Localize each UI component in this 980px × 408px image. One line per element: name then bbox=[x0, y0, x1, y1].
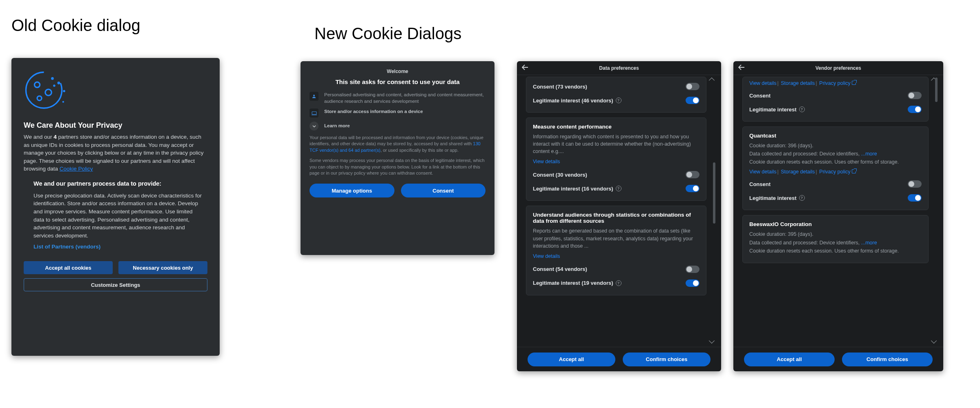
li-toggle-row: Legitimate interest (19 vendors)? bbox=[533, 276, 699, 290]
scrollbar-thumb[interactable] bbox=[713, 162, 715, 224]
vendor-card-beeswax: BeeswaxIO Corporation Cookie duration: 3… bbox=[742, 215, 929, 263]
label-old: Old Cookie dialog bbox=[11, 16, 140, 35]
info-icon[interactable]: ? bbox=[616, 98, 621, 103]
vendor-reset-note: Cookie duration resets each session. Use… bbox=[749, 247, 922, 255]
purpose-row-advertising: Personalised advertising and content, ad… bbox=[310, 92, 486, 104]
svg-point-2 bbox=[45, 89, 51, 95]
accept-all-button[interactable]: Accept all bbox=[744, 353, 835, 366]
consent-toggle-row: Consent (54 vendors) bbox=[533, 262, 699, 276]
vendor-collected: Data collected and processed: Device ide… bbox=[749, 239, 922, 246]
storage-details-link[interactable]: Storage details bbox=[781, 80, 815, 86]
li-toggle[interactable] bbox=[908, 106, 922, 113]
vendor-name: Quantcast bbox=[749, 133, 922, 139]
info-icon[interactable]: ? bbox=[616, 280, 621, 286]
li-toggle[interactable] bbox=[686, 185, 699, 192]
partners-list-link[interactable]: List of Partners (vendors) bbox=[33, 244, 100, 250]
device-icon bbox=[310, 109, 318, 118]
person-icon bbox=[310, 92, 318, 101]
consent-button[interactable]: Consent bbox=[401, 184, 486, 197]
li-toggle[interactable] bbox=[908, 194, 922, 202]
accept-all-button[interactable]: Accept all cookies bbox=[24, 261, 113, 274]
accept-all-button[interactable]: Accept all bbox=[528, 353, 615, 366]
more-link[interactable]: ...more bbox=[861, 151, 877, 157]
privacy-policy-link[interactable]: Privacy policy bbox=[819, 169, 855, 175]
vendor-footer: Accept all Confirm choices bbox=[733, 347, 943, 371]
data-prefs-footer: Accept all Confirm choices bbox=[517, 347, 721, 371]
svg-rect-10 bbox=[312, 111, 316, 114]
consent-toggle[interactable] bbox=[686, 266, 699, 273]
welcome-para2: Some vendors may process your personal d… bbox=[310, 157, 486, 176]
necessary-only-button[interactable]: Necessary cookies only bbox=[118, 261, 207, 274]
svg-point-4 bbox=[51, 77, 54, 80]
info-icon[interactable]: ? bbox=[799, 106, 805, 112]
customize-settings-button[interactable]: Customize Settings bbox=[24, 278, 207, 291]
consent-label: Consent (73 vendors) bbox=[533, 84, 587, 90]
purpose-row-storage: Store and/or access information on a dev… bbox=[310, 109, 486, 118]
purpose-card-understand: Understand audiences through statistics … bbox=[526, 206, 706, 295]
li-toggle-row: Legitimate interest? bbox=[749, 102, 922, 116]
info-icon[interactable]: ? bbox=[799, 195, 805, 201]
li-toggle-row: Legitimate interest? bbox=[749, 191, 922, 205]
back-arrow-icon[interactable] bbox=[738, 64, 745, 71]
consent-toggle[interactable] bbox=[908, 180, 922, 188]
scrollbar-thumb[interactable] bbox=[935, 78, 938, 102]
back-arrow-icon[interactable] bbox=[522, 64, 528, 71]
purpose-card-measure: Measure content performance Information … bbox=[526, 118, 706, 201]
vendor-card-partial: View details| Storage details| Privacy p… bbox=[742, 77, 929, 122]
label-new: New Cookie Dialogs bbox=[314, 24, 461, 43]
external-link-icon bbox=[852, 81, 856, 85]
old-title: We Care About Your Privacy bbox=[24, 121, 207, 130]
consent-label: Consent bbox=[749, 181, 771, 187]
purpose-title: Understand audiences through statistics … bbox=[533, 212, 699, 224]
vendor-duration: Cookie duration: 396 (days). bbox=[749, 142, 922, 149]
consent-label: Consent (54 vendors) bbox=[533, 266, 587, 272]
vendor-collected: Data collected and processed: Device ide… bbox=[749, 150, 922, 157]
svg-point-9 bbox=[313, 95, 315, 96]
consent-toggle[interactable] bbox=[686, 83, 699, 90]
vendor-title: Vendor preferences bbox=[815, 65, 861, 71]
learn-more-row[interactable]: Learn more bbox=[310, 122, 486, 131]
purpose-title: Measure content performance bbox=[533, 124, 699, 130]
purpose-text: Store and/or access information on a dev… bbox=[324, 109, 423, 115]
info-icon[interactable]: ? bbox=[616, 186, 621, 191]
view-details-link[interactable]: View details bbox=[749, 80, 776, 86]
svg-point-5 bbox=[58, 82, 60, 84]
li-label: Legitimate interest? bbox=[749, 195, 805, 201]
data-prefs-topbar: Data preferences bbox=[517, 61, 721, 75]
consent-toggle[interactable] bbox=[686, 171, 699, 178]
privacy-policy-link[interactable]: Privacy policy bbox=[819, 80, 855, 86]
vendor-card-quantcast: Quantcast Cookie duration: 396 (days). D… bbox=[742, 126, 929, 210]
view-details-link[interactable]: View details bbox=[749, 169, 776, 175]
welcome-title: This site asks for consent to use your d… bbox=[310, 78, 486, 85]
old-purposes-text: Use precise geolocation data. Actively s… bbox=[33, 192, 203, 239]
external-link-icon bbox=[852, 169, 856, 173]
svg-point-6 bbox=[63, 90, 65, 92]
welcome-para1: Your personal data will be processed and… bbox=[310, 135, 486, 153]
vendor-reset-note: Cookie duration resets each session. Use… bbox=[749, 158, 922, 166]
li-label: Legitimate interest? bbox=[749, 106, 805, 113]
cookie-policy-link[interactable]: Cookie Policy bbox=[60, 166, 93, 172]
purpose-desc: Information regarding which content is p… bbox=[533, 133, 699, 155]
vendor-links-row: View details| Storage details| Privacy p… bbox=[749, 80, 922, 86]
view-details-link[interactable]: View details bbox=[533, 253, 560, 259]
svg-point-1 bbox=[34, 82, 40, 87]
confirm-choices-button[interactable]: Confirm choices bbox=[623, 353, 710, 366]
view-details-link[interactable]: View details bbox=[533, 159, 560, 164]
vendor-scroll[interactable]: View details| Storage details| Privacy p… bbox=[737, 77, 938, 344]
chevron-down-icon bbox=[310, 122, 318, 131]
li-toggle[interactable] bbox=[686, 279, 699, 287]
li-toggle[interactable] bbox=[686, 97, 699, 104]
storage-details-link[interactable]: Storage details bbox=[781, 169, 815, 175]
welcome-eyebrow: Welcome bbox=[310, 69, 486, 74]
vendor-preferences-dialog: Vendor preferences View details| Storage… bbox=[733, 61, 943, 371]
welcome-dialog: Welcome This site asks for consent to us… bbox=[301, 61, 494, 255]
cookie-icon bbox=[24, 68, 207, 114]
consent-toggle[interactable] bbox=[908, 92, 922, 99]
manage-options-button[interactable]: Manage options bbox=[310, 184, 394, 197]
purpose-text: Personalised advertising and content, ad… bbox=[324, 92, 486, 104]
more-link[interactable]: ...more bbox=[861, 240, 877, 246]
data-prefs-scroll[interactable]: Consent (73 vendors) Legitimate interest… bbox=[521, 77, 715, 344]
purpose-desc: Reports can be generated based on the co… bbox=[533, 227, 699, 249]
confirm-choices-button[interactable]: Confirm choices bbox=[842, 353, 933, 366]
li-label: Legitimate interest (46 vendors)? bbox=[533, 98, 621, 104]
